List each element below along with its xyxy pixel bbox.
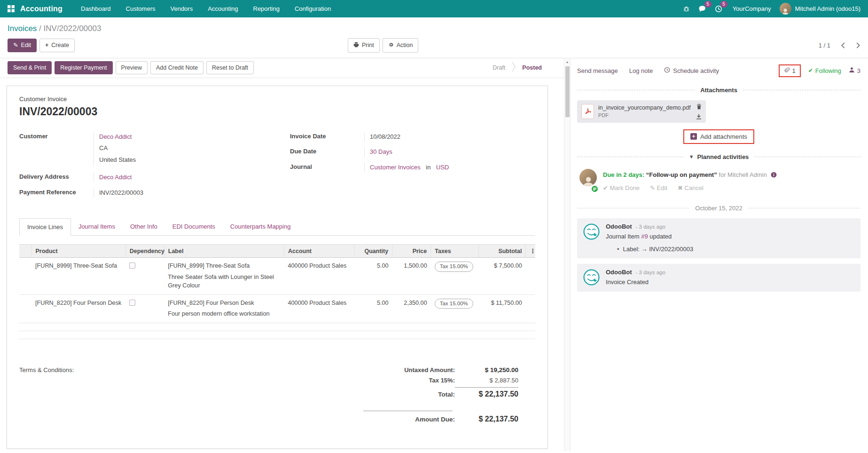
delete-attachment-icon[interactable] [696, 103, 702, 110]
pager-next-icon[interactable] [856, 42, 860, 48]
menu-vendors[interactable]: Vendors [164, 1, 199, 16]
menu-accounting[interactable]: Accounting [202, 1, 244, 16]
company-switcher[interactable]: YourCompany [733, 5, 771, 12]
register-payment-button[interactable]: Register Payment [55, 61, 112, 75]
message-author[interactable]: OdooBot [606, 269, 632, 276]
add-attachments-button[interactable]: + Add attachments [683, 129, 754, 144]
info-icon[interactable] [771, 172, 777, 179]
reset-to-draft-button[interactable]: Reset to Draft [206, 61, 254, 75]
mark-done-button[interactable]: ✔ Mark Done [603, 184, 640, 191]
tax-label: Tax 15%: [429, 377, 455, 384]
send-and-print-button[interactable]: Send & Print [8, 61, 52, 75]
table-row[interactable]: [FURN_8220] Four Person Desk [FURN_8220]… [19, 294, 535, 323]
state-posted[interactable]: Posted [522, 64, 542, 71]
journal-link[interactable]: Customer Invoices [370, 164, 421, 171]
breadcrumb: Invoices / INV/2022/00003 [0, 17, 868, 33]
tax-tag: Tax 15.00% [435, 299, 473, 309]
breadcrumb-invoices[interactable]: Invoices [8, 24, 37, 33]
edit-button[interactable]: ✎ Edit [8, 39, 37, 52]
attachment-filename[interactable]: in_invoice_yourcompany_demo.pdf [598, 104, 692, 111]
delivery-address-link[interactable]: Deco Addict [99, 174, 132, 181]
send-message-button[interactable]: Send message [577, 67, 618, 74]
download-attachment-icon[interactable] [696, 114, 702, 119]
add-credit-note-button[interactable]: Add Credit Note [150, 61, 203, 75]
column-options-icon[interactable]: ⋮ [526, 245, 535, 258]
payment-reference-value: INV/2022/00003 [94, 188, 279, 198]
currency-link[interactable]: USD [436, 164, 449, 171]
activity-edit-button[interactable]: ✎ Edit [650, 184, 667, 191]
customer-country: United States [99, 155, 279, 165]
empty-table-row [19, 331, 535, 339]
activity-user-avatar [579, 169, 597, 186]
scrollbar[interactable]: ▲ [564, 58, 570, 451]
invoice-date-value: 10/08/2022 [364, 132, 535, 142]
tab-journal-items[interactable]: Journal Items [71, 218, 123, 236]
activity-type-badge [591, 185, 599, 193]
field-payment-reference: Payment Reference INV/2022/00003 [19, 188, 279, 198]
field-customer: Customer Deco Addict CA United States [19, 132, 279, 167]
table-header-row: Product Dependency Label Account Quantit… [19, 245, 535, 258]
app-window: Accounting Dashboard Customers Vendors A… [0, 0, 868, 453]
caret-down-icon[interactable]: ▼ [689, 154, 694, 159]
customer-state: CA [99, 143, 279, 153]
pager-counter[interactable]: 1 / 1 [819, 42, 830, 49]
control-panel: Invoices / INV/2022/00003 ✎ Edit + Creat… [0, 17, 868, 58]
dependency-checkbox[interactable] [129, 262, 135, 269]
customer-link[interactable]: Deco Addict [99, 133, 132, 140]
main-menu: Dashboard Customers Vendors Accounting R… [75, 1, 337, 16]
message-author[interactable]: OdooBot [606, 223, 632, 230]
print-button[interactable]: Print [348, 38, 380, 53]
chatter-toolbar: Send message Log note Schedule activity … [577, 64, 860, 77]
menu-dashboard[interactable]: Dashboard [75, 1, 117, 16]
schedule-activity-button[interactable]: Schedule activity [664, 67, 719, 74]
field-invoice-date: Invoice Date 10/08/2022 [290, 132, 535, 142]
activity-cancel-button[interactable]: ✖ Cancel [678, 184, 704, 191]
messages-icon[interactable]: 5 [698, 5, 706, 12]
preview-button[interactable]: Preview [116, 61, 148, 75]
state-draft[interactable]: Draft [493, 64, 505, 71]
menu-configuration[interactable]: Configuration [289, 1, 337, 16]
tab-edi-documents[interactable]: EDI Documents [165, 218, 223, 236]
action-button[interactable]: Action [383, 38, 419, 53]
dependency-checkbox[interactable] [129, 300, 135, 306]
total-separator [455, 387, 518, 388]
journal-item-link[interactable]: #9 [641, 233, 648, 240]
table-row[interactable]: [FURN_8999] Three-Seat Sofa [FURN_8999] … [19, 258, 535, 294]
pager: 1 / 1 [819, 42, 860, 49]
menu-customers[interactable]: Customers [120, 1, 162, 16]
notebook-tabs: Invoice Lines Journal Items Other Info E… [19, 218, 535, 236]
invoice-fields: Customer Deco Addict CA United States De… [19, 132, 535, 204]
app-title[interactable]: Accounting [20, 5, 63, 13]
pdf-file-icon [581, 104, 594, 119]
amount-due-label: Amount Due: [415, 416, 455, 423]
tab-invoice-lines[interactable]: Invoice Lines [19, 218, 71, 236]
tab-other-info[interactable]: Other Info [123, 218, 165, 236]
check-icon: ✔ [808, 67, 813, 74]
message-time: - 3 days ago [636, 224, 665, 230]
totals-block: Untaxed Amount: $ 19,250.00 Tax 15%: $ 2… [363, 366, 518, 427]
following-button[interactable]: ✔ Following [808, 67, 841, 74]
followers-count: 3 [857, 67, 860, 74]
tab-counterparts-mapping[interactable]: Counterparts Mapping [223, 218, 298, 236]
activities-clock-icon[interactable]: 5 [715, 5, 722, 13]
scrollbar-thumb[interactable] [565, 66, 570, 117]
scrollbar-up-icon[interactable]: ▲ [564, 58, 570, 64]
log-note-button[interactable]: Log note [629, 67, 653, 74]
apps-grid-icon[interactable] [8, 5, 15, 12]
pager-previous-icon[interactable] [841, 42, 845, 48]
odoobot-avatar [583, 223, 600, 240]
attachments-counter-button[interactable]: 1 [779, 64, 801, 77]
menu-reporting[interactable]: Reporting [247, 1, 286, 16]
breadcrumb-current: INV/2022/00003 [44, 24, 102, 33]
total-value: $ 22,137.50 [455, 390, 518, 398]
debug-bug-icon[interactable] [683, 5, 690, 12]
user-menu[interactable]: Mitchell Admin (odoo15) [780, 3, 860, 15]
due-date-link[interactable]: 30 Days [370, 148, 392, 155]
create-button[interactable]: + Create [39, 39, 75, 52]
followers-button[interactable]: 3 [849, 67, 860, 74]
form-scroll-area: Customer Invoice INV/2022/00003 Customer… [0, 78, 570, 451]
pencil-icon: ✎ [13, 42, 18, 48]
attachment-count: 1 [792, 67, 796, 74]
user-name: Mitchell Admin (odoo15) [795, 5, 860, 12]
amount-due-separator [363, 411, 453, 411]
